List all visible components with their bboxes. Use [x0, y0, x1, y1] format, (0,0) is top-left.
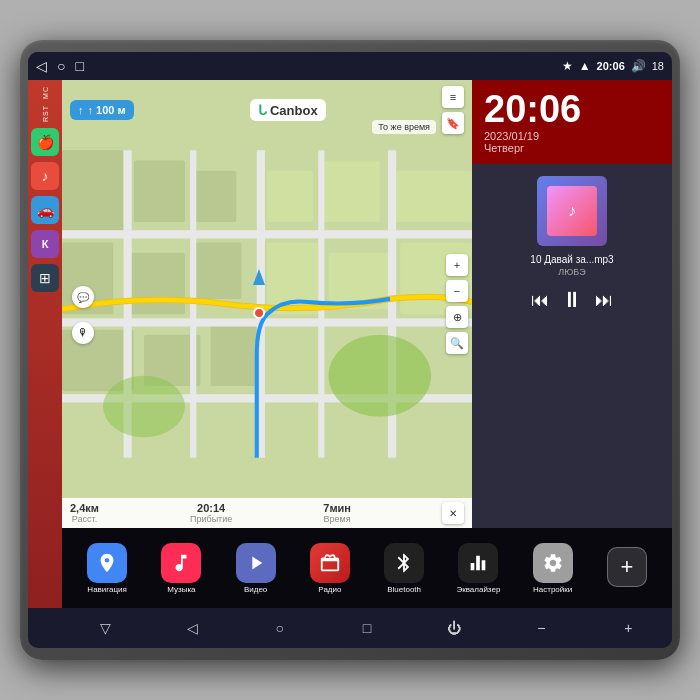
- app-music-label: Музыка: [167, 585, 195, 594]
- app-radio[interactable]: Радио: [305, 543, 355, 594]
- clock-status: 20:06: [597, 60, 625, 72]
- app-add[interactable]: +: [602, 547, 652, 589]
- app-eq-label: Эквалайзер: [456, 585, 500, 594]
- music-section: ♪ 10 Давай за...mp3 ЛЮБЭ ⏮ ⏸ ⏭: [472, 164, 672, 528]
- music-side-icon[interactable]: ♪: [31, 162, 59, 190]
- bottom-nav: ▽ ◁ ○ □ ⏻ − +: [62, 608, 672, 648]
- clock-date: 2023/01/19 Четверг: [484, 130, 660, 154]
- volume-icon: 🔊: [631, 59, 646, 73]
- map-close-btn[interactable]: ✕: [442, 502, 464, 524]
- right-panel: 20:06 2023/01/19 Четверг ♪: [472, 80, 672, 528]
- svg-rect-2: [134, 161, 185, 223]
- nav-home-btn[interactable]: ○: [57, 58, 65, 74]
- side-panel: MC RST 🍎 ♪ 🚗 К ⊞: [28, 80, 62, 608]
- car-display: ◁ ○ □ ★ ▲ 20:06 🔊 18 MC RST 🍎 ♪ 🚗: [20, 40, 680, 660]
- app-nav[interactable]: Навигация: [82, 543, 132, 594]
- map-tool-menu[interactable]: ≡: [442, 86, 464, 108]
- app-settings-icon: [533, 543, 573, 583]
- svg-rect-21: [62, 230, 472, 238]
- app-eq[interactable]: Эквалайзер: [453, 543, 503, 594]
- screen: ◁ ○ □ ★ ▲ 20:06 🔊 18 MC RST 🍎 ♪ 🚗: [28, 52, 672, 648]
- svg-rect-5: [124, 253, 186, 315]
- clock-display: 20:06: [484, 90, 660, 128]
- app-video[interactable]: Видео: [231, 543, 281, 594]
- map-area[interactable]: ↑ ↑ 100 м ᒐ Canbox ≡ 🔖: [62, 80, 472, 528]
- grid-side-icon[interactable]: ⊞: [31, 264, 59, 292]
- music-controls: ⏮ ⏸ ⏭: [531, 287, 613, 313]
- map-pin-current: [253, 307, 265, 319]
- map-search[interactable]: 🔍: [446, 332, 468, 354]
- app-radio-icon: [310, 543, 350, 583]
- map-mic-btn[interactable]: 🎙: [72, 322, 94, 344]
- app-grid: Навигация Музыка Видео: [62, 528, 672, 608]
- svg-rect-22: [62, 318, 472, 326]
- app-music[interactable]: Музыка: [156, 543, 206, 594]
- bluetooth-icon: ★: [562, 59, 573, 73]
- car-side-icon[interactable]: 🚗: [31, 196, 59, 224]
- svg-rect-6: [195, 243, 241, 299]
- svg-point-25: [103, 376, 185, 438]
- app-settings[interactable]: Настройки: [528, 543, 578, 594]
- kk-side-icon[interactable]: К: [31, 230, 59, 258]
- map-logo: ᒐ Canbox: [250, 99, 326, 121]
- nav-power-btn[interactable]: ⏻: [439, 613, 469, 643]
- app-radio-label: Радио: [318, 585, 341, 594]
- music-play-btn[interactable]: ⏸: [561, 287, 583, 313]
- nav-minus-btn[interactable]: −: [526, 613, 556, 643]
- clock-section: 20:06 2023/01/19 Четверг: [472, 80, 672, 164]
- carplay-icon[interactable]: 🍎: [31, 128, 59, 156]
- app-bluetooth[interactable]: Bluetooth: [379, 543, 429, 594]
- svg-rect-12: [390, 171, 472, 222]
- svg-rect-10: [267, 171, 313, 222]
- app-bluetooth-icon: [384, 543, 424, 583]
- album-art: ♪: [537, 176, 607, 246]
- nav-recent-bottom-btn[interactable]: □: [352, 613, 382, 643]
- map-speech-btn[interactable]: 💬: [72, 286, 94, 308]
- app-bluetooth-label: Bluetooth: [387, 585, 421, 594]
- map-arrow: [253, 269, 265, 285]
- status-bar: ◁ ○ □ ★ ▲ 20:06 🔊 18: [28, 52, 672, 80]
- music-next-btn[interactable]: ⏭: [595, 290, 613, 311]
- music-prev-btn[interactable]: ⏮: [531, 290, 549, 311]
- app-nav-label: Навигация: [87, 585, 127, 594]
- map-direction: ↑ ↑ 100 м: [70, 100, 134, 120]
- status-bar-right: ★ ▲ 20:06 🔊 18: [562, 59, 664, 73]
- map-zoom-in[interactable]: +: [446, 254, 468, 276]
- status-bar-left: ◁ ○ □: [36, 58, 84, 74]
- app-eq-icon: [458, 543, 498, 583]
- svg-rect-1: [62, 150, 124, 232]
- map-footer: 2,4км Расст. 20:14 Прибытие 7мин Время ✕: [62, 498, 472, 528]
- direction-distance: ↑ 100 м: [88, 104, 126, 116]
- map-zoom-out[interactable]: −: [446, 280, 468, 302]
- map-side-controls: + − ⊕ 🔍: [446, 254, 468, 354]
- nav-back-bottom-btn[interactable]: ◁: [178, 613, 208, 643]
- app-video-label: Видео: [244, 585, 267, 594]
- svg-rect-11: [323, 161, 379, 223]
- mc-label: MC: [42, 86, 49, 99]
- music-artist: ЛЮБЭ: [558, 267, 585, 277]
- canbox-logo-icon: ᒐ: [258, 102, 267, 118]
- music-title: 10 Давай за...mp3: [530, 254, 613, 265]
- map-compass[interactable]: ⊕: [446, 306, 468, 328]
- app-add-icon: +: [607, 547, 647, 587]
- nav-home-bottom-btn[interactable]: ○: [265, 613, 295, 643]
- nav-back-btn[interactable]: ◁: [36, 58, 47, 74]
- map-distance: 2,4км Расст.: [70, 502, 99, 524]
- rst-label: RST: [42, 105, 49, 122]
- battery-status: 18: [652, 60, 664, 72]
- map-arrival: 20:14 Прибытие: [190, 502, 232, 524]
- canbox-logo-text: Canbox: [270, 103, 318, 118]
- map-header: ↑ ↑ 100 м ᒐ Canbox ≡ 🔖: [62, 86, 472, 134]
- map-duration: 7мин Время: [323, 502, 351, 524]
- nav-down-btn[interactable]: ▽: [91, 613, 121, 643]
- map-tool-bookmark[interactable]: 🔖: [442, 112, 464, 134]
- top-row: ↑ ↑ 100 м ᒐ Canbox ≡ 🔖: [62, 80, 672, 528]
- app-nav-icon: [87, 543, 127, 583]
- direction-arrow: ↑: [78, 104, 84, 116]
- nav-recent-btn[interactable]: □: [75, 58, 83, 74]
- app-video-icon: [236, 543, 276, 583]
- svg-rect-3: [195, 171, 236, 222]
- nav-plus-btn[interactable]: +: [613, 613, 643, 643]
- svg-rect-9: [211, 325, 262, 387]
- map-tools: ≡ 🔖: [442, 86, 464, 134]
